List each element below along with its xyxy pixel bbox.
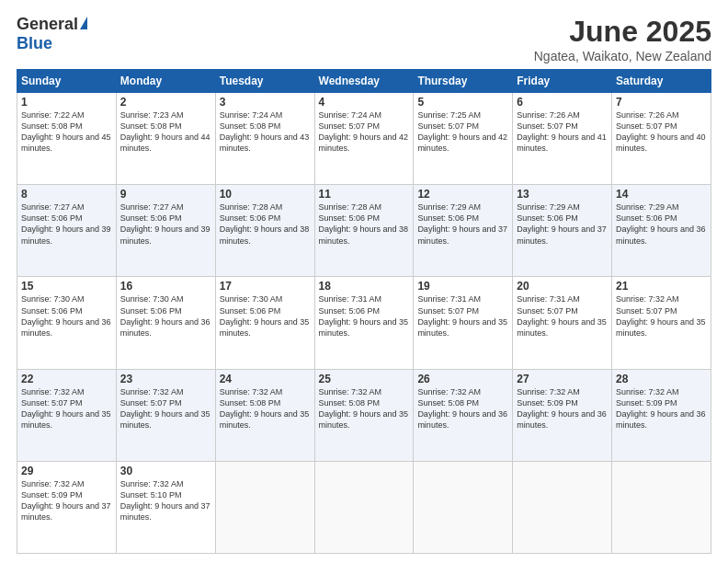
day-number: 2 — [120, 96, 211, 109]
day-number: 16 — [120, 280, 211, 293]
day-number: 1 — [21, 96, 112, 109]
day-number: 10 — [220, 188, 311, 201]
day-number: 23 — [120, 373, 211, 385]
table-cell: 26 Sunrise: 7:32 AMSunset: 5:08 PMDaylig… — [414, 369, 513, 461]
day-number: 21 — [616, 280, 707, 293]
day-info: Sunrise: 7:31 AMSunset: 5:07 PMDaylight:… — [517, 294, 607, 337]
day-number: 25 — [319, 373, 410, 385]
day-number: 9 — [120, 188, 211, 201]
table-cell: 23 Sunrise: 7:32 AMSunset: 5:07 PMDaylig… — [116, 369, 215, 461]
table-cell — [215, 461, 314, 553]
day-info: Sunrise: 7:32 AMSunset: 5:09 PMDaylight:… — [616, 387, 706, 430]
logo-blue-text: Blue — [17, 34, 52, 53]
col-tuesday: Tuesday — [215, 70, 314, 93]
col-sunday: Sunday — [17, 70, 117, 93]
table-cell: 6 Sunrise: 7:26 AMSunset: 5:07 PMDayligh… — [513, 93, 612, 185]
table-cell — [314, 461, 414, 553]
day-number: 13 — [517, 188, 608, 201]
day-info: Sunrise: 7:30 AMSunset: 5:06 PMDaylight:… — [120, 294, 210, 337]
day-info: Sunrise: 7:29 AMSunset: 5:06 PMDaylight:… — [517, 202, 607, 245]
table-cell — [612, 461, 711, 553]
day-info: Sunrise: 7:26 AMSunset: 5:07 PMDaylight:… — [517, 110, 607, 153]
table-cell: 5 Sunrise: 7:25 AMSunset: 5:07 PMDayligh… — [414, 93, 513, 185]
day-number: 30 — [120, 465, 211, 477]
day-info: Sunrise: 7:23 AMSunset: 5:08 PMDaylight:… — [120, 110, 210, 153]
col-wednesday: Wednesday — [314, 70, 414, 93]
table-cell: 28 Sunrise: 7:32 AMSunset: 5:09 PMDaylig… — [612, 369, 711, 461]
table-cell: 29 Sunrise: 7:32 AMSunset: 5:09 PMDaylig… — [17, 461, 117, 553]
day-number: 5 — [417, 96, 508, 109]
day-number: 14 — [616, 188, 707, 201]
header-row-days: Sunday Monday Tuesday Wednesday Thursday… — [17, 70, 711, 93]
day-number: 28 — [616, 373, 707, 385]
table-cell: 17 Sunrise: 7:30 AMSunset: 5:06 PMDaylig… — [215, 277, 314, 369]
table-cell: 14 Sunrise: 7:29 AMSunset: 5:06 PMDaylig… — [612, 185, 711, 277]
day-info: Sunrise: 7:28 AMSunset: 5:06 PMDaylight:… — [319, 202, 409, 245]
table-cell: 4 Sunrise: 7:24 AMSunset: 5:07 PMDayligh… — [314, 93, 414, 185]
day-number: 6 — [517, 96, 608, 109]
table-cell: 10 Sunrise: 7:28 AMSunset: 5:06 PMDaylig… — [215, 185, 314, 277]
table-cell: 3 Sunrise: 7:24 AMSunset: 5:08 PMDayligh… — [215, 93, 314, 185]
day-info: Sunrise: 7:32 AMSunset: 5:07 PMDaylight:… — [616, 294, 706, 337]
day-info: Sunrise: 7:27 AMSunset: 5:06 PMDaylight:… — [21, 202, 111, 245]
table-cell: 19 Sunrise: 7:31 AMSunset: 5:07 PMDaylig… — [414, 277, 513, 369]
day-number: 24 — [220, 373, 311, 385]
day-info: Sunrise: 7:32 AMSunset: 5:08 PMDaylight:… — [220, 387, 310, 430]
table-cell: 8 Sunrise: 7:27 AMSunset: 5:06 PMDayligh… — [17, 185, 117, 277]
table-cell: 13 Sunrise: 7:29 AMSunset: 5:06 PMDaylig… — [513, 185, 612, 277]
day-info: Sunrise: 7:28 AMSunset: 5:06 PMDaylight:… — [220, 202, 310, 245]
day-info: Sunrise: 7:29 AMSunset: 5:06 PMDaylight:… — [417, 202, 507, 245]
day-number: 12 — [417, 188, 508, 201]
day-info: Sunrise: 7:32 AMSunset: 5:09 PMDaylight:… — [517, 387, 607, 430]
table-cell: 27 Sunrise: 7:32 AMSunset: 5:09 PMDaylig… — [513, 369, 612, 461]
day-number: 4 — [319, 96, 410, 109]
table-cell: 9 Sunrise: 7:27 AMSunset: 5:06 PMDayligh… — [116, 185, 215, 277]
col-thursday: Thursday — [414, 70, 513, 93]
calendar-subtitle: Ngatea, Waikato, New Zealand — [534, 49, 711, 63]
calendar-table: Sunday Monday Tuesday Wednesday Thursday… — [17, 69, 711, 554]
table-cell: 21 Sunrise: 7:32 AMSunset: 5:07 PMDaylig… — [612, 277, 711, 369]
table-cell: 24 Sunrise: 7:32 AMSunset: 5:08 PMDaylig… — [215, 369, 314, 461]
col-saturday: Saturday — [612, 70, 711, 93]
title-block: June 2025 Ngatea, Waikato, New Zealand — [534, 15, 711, 63]
day-number: 20 — [517, 280, 608, 293]
table-cell: 22 Sunrise: 7:32 AMSunset: 5:07 PMDaylig… — [17, 369, 117, 461]
calendar-title: June 2025 — [534, 15, 711, 49]
day-number: 26 — [417, 373, 508, 385]
day-info: Sunrise: 7:32 AMSunset: 5:09 PMDaylight:… — [21, 479, 111, 522]
day-info: Sunrise: 7:24 AMSunset: 5:08 PMDaylight:… — [220, 110, 310, 153]
day-info: Sunrise: 7:32 AMSunset: 5:10 PMDaylight:… — [120, 479, 210, 522]
day-number: 17 — [220, 280, 311, 293]
day-number: 27 — [517, 373, 608, 385]
day-number: 29 — [21, 465, 112, 477]
day-info: Sunrise: 7:26 AMSunset: 5:07 PMDaylight:… — [616, 110, 706, 153]
table-cell — [513, 461, 612, 553]
table-cell: 18 Sunrise: 7:31 AMSunset: 5:06 PMDaylig… — [314, 277, 414, 369]
logo-general-text: General — [17, 15, 78, 34]
day-info: Sunrise: 7:30 AMSunset: 5:06 PMDaylight:… — [21, 294, 111, 337]
day-info: Sunrise: 7:29 AMSunset: 5:06 PMDaylight:… — [616, 202, 706, 245]
col-friday: Friday — [513, 70, 612, 93]
col-monday: Monday — [116, 70, 215, 93]
day-info: Sunrise: 7:22 AMSunset: 5:08 PMDaylight:… — [21, 110, 111, 153]
day-number: 8 — [21, 188, 112, 201]
header-row: General Blue June 2025 Ngatea, Waikato, … — [17, 15, 711, 63]
table-cell: 15 Sunrise: 7:30 AMSunset: 5:06 PMDaylig… — [17, 277, 117, 369]
day-number: 11 — [319, 188, 410, 201]
table-cell — [414, 461, 513, 553]
table-cell: 1 Sunrise: 7:22 AMSunset: 5:08 PMDayligh… — [17, 93, 117, 185]
day-info: Sunrise: 7:32 AMSunset: 5:07 PMDaylight:… — [120, 387, 210, 430]
day-info: Sunrise: 7:31 AMSunset: 5:06 PMDaylight:… — [319, 294, 409, 337]
table-cell: 7 Sunrise: 7:26 AMSunset: 5:07 PMDayligh… — [612, 93, 711, 185]
table-cell: 25 Sunrise: 7:32 AMSunset: 5:08 PMDaylig… — [314, 369, 414, 461]
day-number: 3 — [220, 96, 311, 109]
day-info: Sunrise: 7:32 AMSunset: 5:08 PMDaylight:… — [417, 387, 507, 430]
day-number: 18 — [319, 280, 410, 293]
table-cell: 30 Sunrise: 7:32 AMSunset: 5:10 PMDaylig… — [116, 461, 215, 553]
day-number: 15 — [21, 280, 112, 293]
day-info: Sunrise: 7:27 AMSunset: 5:06 PMDaylight:… — [120, 202, 210, 245]
logo: General Blue — [17, 15, 87, 53]
table-cell: 16 Sunrise: 7:30 AMSunset: 5:06 PMDaylig… — [116, 277, 215, 369]
day-info: Sunrise: 7:32 AMSunset: 5:07 PMDaylight:… — [21, 387, 111, 430]
day-info: Sunrise: 7:24 AMSunset: 5:07 PMDaylight:… — [319, 110, 409, 153]
